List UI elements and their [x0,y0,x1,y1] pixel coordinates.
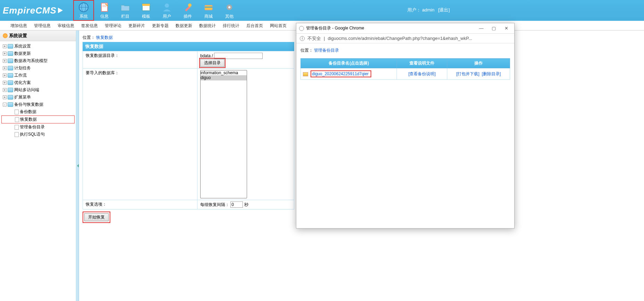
interval-input[interactable] [230,201,243,208]
panel-title: 恢复数据 [83,42,294,51]
tree-label: 计划任务 [14,65,31,71]
th-desc: 查看说明文件 [397,59,447,68]
submenu-item[interactable]: 更新碎片 [125,21,149,31]
row1-cell: bdata / 选择目录 [197,51,294,69]
tree-item[interactable]: +数据表与系统模型 [1,57,75,64]
submenu-item[interactable]: 更新专题 [149,21,172,31]
popup-body: 位置： 管理备份目录 备份目录名(点击选择) 查看说明文件 操作 diguo_2… [296,43,514,84]
top-icon-栏目[interactable]: 栏目 [115,0,136,21]
top-icon-插件[interactable]: 插件 [177,0,198,21]
expander-icon[interactable]: + [3,95,7,99]
breadcrumb-link[interactable]: 恢复数据 [96,35,113,40]
delete-link[interactable]: [删除目录] [482,71,501,76]
submenu-item[interactable]: 管理信息 [31,21,54,31]
globe-icon [299,26,304,31]
top-icon-label: 用户 [163,14,171,19]
row2-label: 要导入的数据库： [83,69,197,200]
expander-icon[interactable]: + [3,52,7,55]
splitter[interactable] [76,31,79,301]
db-option[interactable]: diguo [201,75,247,80]
top-icon-模板[interactable]: 模板 [136,0,156,21]
tree-child-item[interactable]: 备份数据 [1,108,75,115]
window-icon [141,2,152,13]
expander-icon[interactable]: + [3,88,7,92]
submenu-item[interactable]: 网站首页 [266,21,290,31]
tree-item[interactable]: +计划任务 [1,64,75,72]
interval-label: 每组恢复间隔： [200,202,229,207]
top-icon-用户[interactable]: 用户 [156,0,177,21]
db-option[interactable]: information_schema [201,70,247,75]
restore-form-table: 恢复数据源目录： bdata / 选择目录 要导入的数据库： informati… [83,51,294,209]
tree-child-item[interactable]: 恢复数据 [1,115,75,123]
logo-arrow-icon [58,8,63,13]
choose-dir-button[interactable]: 选择目录 [200,59,224,67]
submenu-item[interactable]: 排行统计 [219,21,243,31]
person-icon [161,2,172,13]
maximize-button[interactable]: ▢ [489,26,499,31]
expander-icon[interactable]: + [3,74,7,77]
top-icon-label: 模板 [142,14,150,19]
top-icon-信息[interactable]: 信息 [94,0,115,21]
table-row: diguo_20200624225911d7qier [查看备份说明] [打包并… [301,68,510,80]
row1-label: 恢复数据源目录： [83,51,197,69]
expander-icon[interactable]: + [3,66,7,70]
row3-cell: 每组恢复间隔： 秒 [197,200,294,209]
expander-icon[interactable]: - [3,103,7,106]
submenu-item[interactable]: 增加信息 [7,21,31,31]
tree-child-label: 恢复数据 [20,117,37,122]
top-icon-label: 商城 [204,14,213,19]
tree-child-item[interactable]: 执行SQL语句 [1,131,75,138]
svg-rect-7 [142,4,150,6]
user-name: admin [422,7,434,12]
folder-icon [8,59,13,63]
tree-label: 数据更新 [14,51,31,57]
folder-icon [303,72,308,76]
popup-bc-link[interactable]: 管理备份目录 [314,48,339,53]
insecure-icon: i [300,36,305,41]
view-desc-link[interactable]: [查看备份说明] [408,71,436,76]
start-restore-button[interactable]: 开始恢复 [84,213,109,221]
expander-icon[interactable]: + [3,81,7,85]
submenu-item[interactable]: 签发信息 [78,21,101,31]
tree-item[interactable]: +优化方案 [1,79,75,86]
submenu-item[interactable]: 数据更新 [172,21,196,31]
submenu-item[interactable]: 审核信息 [54,21,78,31]
logout-link[interactable]: [退出] [438,7,450,12]
submenu-item[interactable]: 数据统计 [196,21,219,31]
popup-window: 管理备份目录 - Google Chrome — ▢ ✕ i 不安全 | dig… [296,23,515,229]
database-select[interactable]: information_schemadiguo [200,70,247,198]
tree-label: 数据表与系统模型 [14,58,48,64]
tree-item[interactable]: +工作流 [1,72,75,79]
top-icon-商城[interactable]: 商城 [198,0,219,21]
tree-child-item[interactable]: 管理备份目录 [1,123,75,131]
tree-child-label: 备份数据 [20,109,36,115]
popup-urlbar: i 不安全 | diguocms.com/e/admin/ebak/Change… [296,34,514,43]
row2-cell: information_schemadiguo [197,69,294,200]
folder-icon [8,80,13,85]
popup-bc-prefix: 位置： [300,48,313,53]
tree-label: 扩展菜单 [14,94,31,100]
dir-link[interactable]: diguo_20200624225911d7qier [312,71,368,76]
tree-label: 优化方案 [14,80,31,86]
popup-titlebar[interactable]: 管理备份目录 - Google Chrome — ▢ ✕ [296,23,514,34]
submenu-item[interactable]: 后台首页 [243,21,266,31]
insecure-text: 不安全 [307,35,321,42]
top-icon-其他[interactable]: 其他 [219,0,240,21]
top-icon-系统[interactable]: 系统 [73,0,94,21]
tree-item[interactable]: +系统设置 [1,43,75,50]
expander-icon[interactable]: + [3,44,7,48]
tree-item[interactable]: +网站多访问端 [1,86,75,94]
source-dir-input[interactable] [214,53,263,59]
top-icon-label: 信息 [100,14,109,19]
close-button[interactable]: ✕ [501,26,511,31]
minimize-button[interactable]: — [476,26,486,31]
top-header: EmpireCMS 系统信息栏目模板用户插件商城其他 用户： admin [退出… [0,0,644,21]
top-icon-bar: 系统信息栏目模板用户插件商城其他 [73,0,240,21]
tree-item[interactable]: +数据更新 [1,50,75,57]
tree-item[interactable]: -备份与恢复数据 [1,101,75,108]
expander-icon[interactable]: + [3,59,7,63]
submenu-item[interactable]: 管理评论 [101,21,125,31]
download-link[interactable]: [打包并下载] [456,71,480,76]
tree-item[interactable]: +扩展菜单 [1,94,75,101]
row3-label: 恢复选项： [83,200,197,209]
